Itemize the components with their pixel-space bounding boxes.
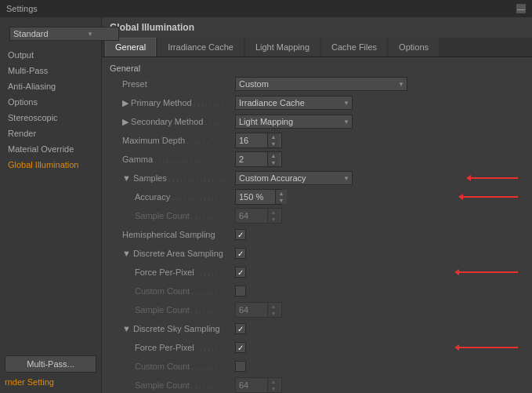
- samples-row: ▼ Samples ............... Custom Accurac…: [110, 170, 524, 186]
- gamma-up[interactable]: ▲: [268, 152, 279, 159]
- general-section-header: General: [110, 64, 524, 73]
- panel-general: General Preset Custom ▶ Primary Method .…: [102, 57, 532, 393]
- max-depth-field[interactable]: [236, 134, 267, 147]
- discrete-sky-label: ▼ Discrete Sky Sampling .: [110, 324, 235, 333]
- sidebar-item-multipass[interactable]: Multi-Pass: [0, 63, 101, 78]
- secondary-label-text: ▶ Secondary Method: [122, 117, 203, 127]
- accuracy-field[interactable]: [236, 191, 275, 203]
- force-per-pixel-2-text: Force Per-Pixel: [135, 343, 194, 352]
- samples-select-wrapper: Custom Accuracy: [235, 171, 353, 185]
- tab-cache-files[interactable]: Cache Files: [321, 38, 387, 56]
- sample-count-1-field[interactable]: [236, 304, 267, 316]
- sidebar-item-label: Output: [8, 50, 34, 60]
- gamma-input: ▲ ▼: [235, 151, 282, 167]
- sidebar: Standard Output Multi-Pass Anti-Aliasing…: [0, 17, 102, 393]
- force-per-pixel-1-arrow-annotation: [454, 269, 518, 275]
- multi-pass-button[interactable]: Multi-Pass...: [5, 355, 96, 373]
- hemispherical-row: Hemispherical Sampling: [110, 227, 524, 242]
- discrete-sky-row: ▼ Discrete Sky Sampling .: [110, 321, 524, 337]
- max-depth-row: Maximum Depth ...... ▲ ▼: [110, 133, 524, 148]
- minimize-button[interactable]: —: [516, 4, 526, 13]
- custom-count-1-text: Custom Count: [135, 286, 190, 296]
- discrete-area-checkbox[interactable]: [235, 248, 246, 259]
- render-setting-link[interactable]: rnder Setting: [5, 377, 96, 387]
- force-per-pixel-1-checkbox[interactable]: [235, 267, 246, 278]
- sample-count-2-up[interactable]: ▲: [268, 378, 279, 385]
- max-depth-down[interactable]: ▼: [268, 140, 279, 147]
- force-per-pixel-1-text: Force Per-Pixel: [135, 267, 194, 277]
- render-setting-label2: nder Setting: [8, 377, 54, 387]
- sample-count-1-down[interactable]: ▼: [268, 310, 279, 317]
- accuracy-spinners: ▲ ▼: [275, 190, 287, 204]
- discrete-sky-checkbox[interactable]: [235, 323, 246, 334]
- sample-count-field[interactable]: [236, 209, 267, 222]
- sidebar-item-stereoscopic[interactable]: Stereoscopic: [0, 110, 101, 126]
- tab-label: Cache Files: [331, 42, 377, 52]
- sidebar-item-options[interactable]: Options: [0, 94, 101, 110]
- accuracy-down[interactable]: ▼: [276, 197, 287, 204]
- secondary-method-label: ▶ Secondary Method ....: [110, 117, 235, 127]
- sample-count-2-text: Sample Count: [135, 380, 190, 390]
- sample-count-1-text: Sample Count: [135, 305, 190, 315]
- force-per-pixel-2-checkbox[interactable]: [235, 342, 246, 353]
- sidebar-bottom: Multi-Pass... rnder Setting: [0, 349, 101, 393]
- sidebar-item-antialiasing[interactable]: Anti-Aliasing: [0, 78, 101, 94]
- sidebar-item-output[interactable]: Output: [0, 47, 101, 63]
- custom-count-1-label: Custom Count .......: [110, 286, 235, 296]
- secondary-method-select[interactable]: Light Mapping: [235, 115, 353, 129]
- max-depth-text: Maximum Depth: [122, 136, 185, 145]
- samples-select[interactable]: Custom Accuracy: [235, 171, 353, 185]
- sidebar-item-global-illumination[interactable]: Global Illumination: [0, 157, 101, 173]
- main-layout: Standard Output Multi-Pass Anti-Aliasing…: [0, 17, 532, 393]
- tab-irradiance-cache[interactable]: Irradiance Cache: [157, 38, 244, 56]
- fpx2-arrow-line: [459, 347, 518, 348]
- preset-row: Preset Custom: [110, 76, 524, 92]
- gamma-down[interactable]: ▼: [268, 159, 279, 166]
- preset-label-text: Preset: [122, 79, 147, 89]
- samples-label: ▼ Samples ...............: [110, 173, 235, 183]
- sample-count-2-label: Sample Count ......: [110, 380, 235, 390]
- sample-count-down[interactable]: ▼: [268, 216, 279, 223]
- sample-count-2-down[interactable]: ▼: [268, 385, 279, 392]
- custom-count-2-checkbox[interactable]: [235, 361, 246, 372]
- sidebar-item-render[interactable]: Render: [0, 126, 101, 141]
- preset-select[interactable]: Custom: [235, 77, 407, 91]
- tab-label: Options: [399, 42, 429, 52]
- sample-count-2-field[interactable]: [236, 379, 267, 391]
- arrow-line: [471, 177, 518, 179]
- sample-count-spinners: ▲ ▼: [267, 209, 279, 223]
- tab-options[interactable]: Options: [389, 38, 439, 56]
- samples-text: ▼ Samples: [122, 173, 167, 183]
- discrete-area-label: ▼ Discrete Area Sampling: [110, 249, 235, 258]
- section-title: Global Illumination: [102, 17, 532, 38]
- sidebar-item-label: Options: [8, 97, 38, 107]
- gamma-field[interactable]: [236, 153, 267, 166]
- hemispherical-checkbox[interactable]: [235, 229, 246, 240]
- sidebar-item-label: Material Override: [8, 144, 74, 154]
- sample-count-2-spinners: ▲ ▼: [267, 378, 279, 392]
- primary-method-select[interactable]: Irradiance Cache: [235, 96, 353, 110]
- max-depth-spinners: ▲ ▼: [267, 133, 279, 147]
- force-per-pixel-1-row: Force Per-Pixel ......: [110, 264, 524, 280]
- primary-method-row: ▶ Primary Method ........ Irradiance Cac…: [110, 95, 524, 111]
- accuracy-label: Accuracy ............: [110, 192, 235, 202]
- samples-arrow-annotation: [466, 175, 518, 181]
- tab-light-mapping[interactable]: Light Mapping: [245, 38, 320, 56]
- title-bar: Settings —: [0, 0, 532, 17]
- max-depth-up[interactable]: ▲: [268, 133, 279, 140]
- secondary-method-row: ▶ Secondary Method .... Light Mapping: [110, 114, 524, 129]
- accuracy-up[interactable]: ▲: [276, 190, 287, 197]
- title-bar-controls: —: [516, 4, 526, 13]
- primary-method-label: ▶ Primary Method ........: [110, 98, 235, 108]
- max-depth-input: ▲ ▼: [235, 133, 282, 148]
- sample-count-text: Sample Count: [135, 211, 190, 220]
- sample-count-1-up[interactable]: ▲: [268, 303, 279, 310]
- sidebar-item-material-override[interactable]: Material Override: [0, 141, 101, 157]
- sample-count-up[interactable]: ▲: [268, 209, 279, 216]
- content-area: Global Illumination General Irradiance C…: [102, 17, 532, 393]
- window-title: Settings: [6, 4, 38, 13]
- accuracy-text: Accuracy: [135, 192, 170, 202]
- gamma-spinners: ▲ ▼: [267, 152, 279, 166]
- sidebar-preset-dropdown[interactable]: Standard: [9, 27, 119, 41]
- custom-count-1-checkbox[interactable]: [235, 286, 246, 297]
